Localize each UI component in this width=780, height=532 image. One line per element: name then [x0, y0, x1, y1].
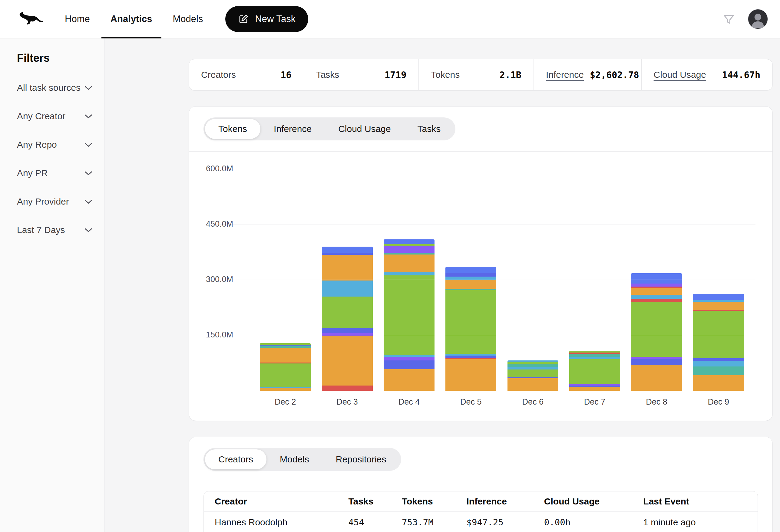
filter-any-provider[interactable]: Any Provider	[17, 187, 93, 216]
bar-segment-orange	[631, 365, 682, 391]
bar-segment-orange	[260, 348, 311, 363]
table-header-row: CreatorTasksTokensInferenceCloud UsageLa…	[204, 491, 758, 512]
col-tasks: Tasks	[345, 496, 399, 507]
x-label-dec-4: Dec 4	[378, 397, 440, 407]
chart-tab-tokens[interactable]: Tokens	[205, 119, 260, 139]
bar-segment-blue	[693, 294, 744, 300]
bar-segment-orange	[384, 255, 435, 272]
bar-stack	[631, 273, 682, 391]
chevron-down-icon	[84, 199, 93, 204]
bar-segment-orange	[260, 388, 311, 391]
bar-segment-red	[631, 299, 682, 302]
bar-segment-purple	[631, 283, 682, 286]
filter-any-repo[interactable]: Any Repo	[17, 130, 93, 159]
table-card-header: CreatorsModelsRepositories	[189, 437, 772, 482]
filter-label: Any Repo	[17, 140, 57, 150]
bar-segment-skyblue	[569, 357, 620, 359]
avatar[interactable]	[748, 9, 768, 29]
person-icon	[748, 10, 767, 29]
bar-segment-indigo	[322, 328, 373, 333]
bar-segment-orange	[322, 255, 373, 280]
x-label-dec-3: Dec 3	[316, 397, 378, 407]
table-body: Hannes Roodolph454753.7M$947.250.00h1 mi…	[204, 512, 758, 532]
cell-cloud-usage: 0.00h	[541, 517, 640, 527]
table-tab-creators[interactable]: Creators	[205, 449, 266, 469]
bar-segment-orange	[445, 359, 496, 391]
nav-links: HomeAnalyticsModels	[54, 0, 213, 38]
funnel-icon[interactable]	[723, 13, 735, 25]
table-card: CreatorsModelsRepositories CreatorTasksT…	[189, 437, 773, 532]
filter-all-task-sources[interactable]: All task sources	[17, 73, 93, 102]
kangaroo-logo[interactable]	[17, 10, 46, 28]
stat-inference: Inference $2,602.78	[534, 59, 641, 90]
chevron-down-icon	[84, 171, 93, 176]
bar-segment-indigo	[322, 253, 373, 255]
stat-cloud-usage: Cloud Usage 144.67h	[641, 59, 772, 90]
bar-segment-green	[445, 290, 496, 354]
filter-label: Last 7 Days	[17, 225, 65, 235]
kangaroo-icon	[17, 10, 44, 28]
bar-segment-skyblue	[693, 361, 744, 366]
table-tab-models[interactable]: Models	[266, 449, 323, 469]
chart-bars	[254, 161, 749, 391]
nav-item-home[interactable]: Home	[54, 0, 100, 38]
chart-xaxis: Dec 2Dec 3Dec 4Dec 5Dec 6Dec 7Dec 8Dec 9	[254, 397, 749, 407]
y-tick-600: 600.0M	[206, 164, 233, 173]
bar-segment-skyblue	[507, 367, 558, 370]
bar-dec-6	[502, 360, 564, 391]
x-label-dec-2: Dec 2	[254, 397, 316, 407]
cell-creator: Hannes Roodolph	[212, 517, 345, 527]
bar-segment-teal	[260, 345, 311, 348]
chart-tabs: TokensInferenceCloud UsageTasks	[203, 117, 455, 141]
stat-label: Creators	[201, 69, 236, 80]
stat-value: 2.1B	[500, 69, 522, 80]
bar-segment-indigo	[384, 360, 435, 369]
filter-any-pr[interactable]: Any PR	[17, 159, 93, 187]
bar-segment-orange	[631, 288, 682, 295]
stat-label: Tasks	[316, 69, 339, 80]
filter-any-creator[interactable]: Any Creator	[17, 102, 93, 130]
x-label-dec-9: Dec 9	[688, 397, 749, 407]
bar-segment-green	[569, 359, 620, 384]
row-hannes-roodolph[interactable]: Hannes Roodolph454753.7M$947.250.00h1 mi…	[204, 512, 758, 532]
y-tick-150: 150.0M	[206, 330, 233, 339]
col-tokens: Tokens	[399, 496, 464, 507]
bar-segment-green	[507, 370, 558, 377]
chart-tab-cloud-usage[interactable]: Cloud Usage	[325, 119, 404, 139]
chart-tab-inference[interactable]: Inference	[260, 119, 325, 139]
bar-stack	[384, 240, 435, 391]
stat-label[interactable]: Cloud Usage	[654, 69, 706, 80]
bar-stack	[322, 247, 373, 391]
chart-card: TokensInferenceCloud UsageTasks 150.0M30…	[189, 106, 773, 421]
col-creator: Creator	[212, 496, 345, 507]
shell: Filters All task sources Any Creator Any…	[0, 39, 780, 532]
bar-segment-blue	[631, 273, 682, 283]
bar-dec-3	[316, 247, 378, 391]
new-task-button[interactable]: New Task	[225, 6, 308, 32]
gridline-150	[206, 335, 755, 335]
bar-dec-9	[688, 294, 749, 391]
stat-value: $2,602.78	[590, 69, 639, 80]
bar-stack	[260, 343, 311, 391]
stat-creators: Creators 16	[189, 59, 304, 90]
stat-label[interactable]: Inference	[546, 69, 584, 80]
nav-item-analytics[interactable]: Analytics	[100, 0, 162, 38]
chevron-down-icon	[84, 227, 93, 233]
bar-segment-indigo	[693, 358, 744, 361]
stats-bar: Creators 16 Tasks 1719 Tokens 2.1B Infer…	[189, 59, 773, 91]
bar-segment-green	[631, 302, 682, 357]
nav-item-models[interactable]: Models	[162, 0, 213, 38]
col-inference[interactable]: Inference	[464, 496, 541, 507]
filter-last-7-days[interactable]: Last 7 Days	[17, 216, 93, 244]
bar-segment-green	[693, 311, 744, 358]
bar-dec-4	[378, 240, 440, 391]
gridline-600	[206, 169, 755, 169]
stat-tokens: Tokens 2.1B	[419, 59, 534, 90]
chart-tab-tasks[interactable]: Tasks	[404, 119, 454, 139]
bar-segment-indigo	[445, 356, 496, 358]
col-cloud-usage[interactable]: Cloud Usage	[541, 496, 640, 507]
bar-segment-teal	[507, 364, 558, 367]
table-tab-repositories[interactable]: Repositories	[323, 449, 400, 469]
bar-segment-skyblue	[384, 272, 435, 275]
bar-stack	[693, 294, 744, 391]
